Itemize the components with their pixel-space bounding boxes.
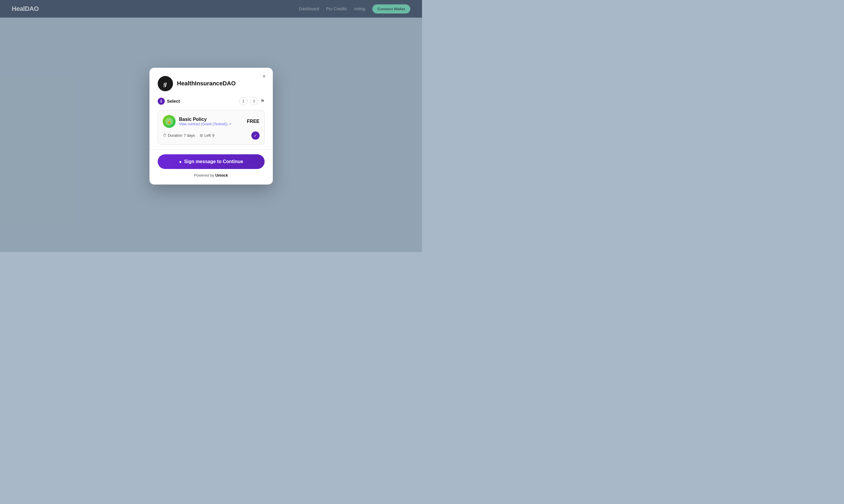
org-logo: g	[158, 76, 173, 91]
clock-icon: ⏱	[163, 133, 167, 138]
powered-by: Powered by Unlock	[158, 173, 264, 178]
external-link-icon: ↗	[228, 122, 231, 126]
duration-label: Duration	[168, 133, 183, 138]
steps-right: 2 3 ⚑	[239, 97, 264, 105]
policy-name: Basic Policy	[179, 117, 243, 122]
flag-icon: ⚑	[260, 98, 264, 104]
policy-card-bottom: ⏱ Duration 7 days ⊞ Left 9 ✓	[163, 131, 260, 140]
policy-icon: 🔓	[163, 115, 176, 128]
policy-price: FREE	[247, 119, 260, 124]
modal-close-button[interactable]: ×	[261, 72, 267, 80]
policy-info: Basic Policy View contract (Goerli (Test…	[179, 117, 243, 126]
cta-label: Sign message to Continue	[184, 159, 243, 164]
duration-value: 7 days	[184, 133, 195, 138]
modal-divider	[150, 149, 273, 150]
grid-icon: ⊞	[200, 133, 203, 138]
policy-card-top: 🔓 Basic Policy View contract (Goerli (Te…	[163, 115, 260, 128]
policy-left: ⊞ Left 9	[200, 133, 214, 138]
policy-icon-svg: 🔓	[165, 118, 173, 126]
modal-header: g HealthInsuranceDAO	[158, 76, 264, 91]
org-logo-text: g	[163, 80, 167, 87]
powered-by-text: Powered by	[194, 173, 215, 178]
policy-duration: ⏱ Duration 7 days	[163, 133, 195, 138]
steps-bar: 1 Select 2 3 ⚑	[158, 97, 264, 105]
left-label: Left	[204, 133, 211, 138]
org-name: HealthInsuranceDAO	[177, 80, 236, 87]
modal-container: × g HealthInsuranceDAO 1 Select 2 3 ⚑	[150, 68, 273, 184]
step-3-badge: 3	[250, 97, 258, 105]
policy-meta: ⏱ Duration 7 days ⊞ Left 9	[163, 133, 214, 138]
modal-overlay: × g HealthInsuranceDAO 1 Select 2 3 ⚑	[0, 0, 422, 252]
ethereum-icon: ⬥	[179, 159, 182, 164]
policy-contract-link[interactable]: View contract (Goerli (Testnet)) ↗	[179, 122, 243, 126]
left-value: 9	[212, 133, 214, 138]
step-2-badge: 2	[239, 97, 247, 105]
checkmark-icon: ✓	[254, 133, 257, 138]
step-1-active: 1 Select	[158, 98, 180, 105]
step-1-label: Select	[167, 98, 180, 104]
powered-by-brand: Unlock	[215, 173, 228, 178]
step-1-badge: 1	[158, 98, 165, 105]
sign-message-button[interactable]: ⬥ Sign message to Continue	[158, 154, 264, 169]
svg-text:🔓: 🔓	[167, 119, 172, 124]
check-circle: ✓	[252, 131, 260, 140]
policy-card: 🔓 Basic Policy View contract (Goerli (Te…	[158, 110, 264, 145]
